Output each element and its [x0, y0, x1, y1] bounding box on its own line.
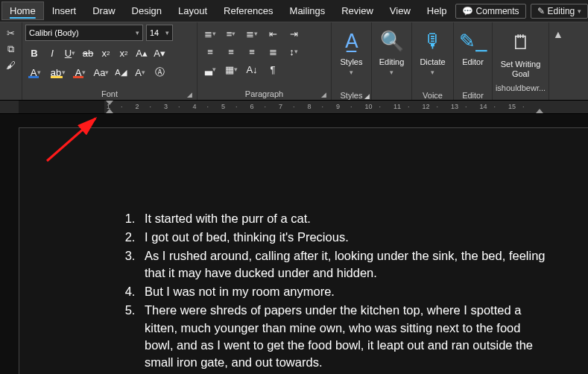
pencil-icon: ✎	[537, 6, 545, 16]
chevron-down-icon: ▾	[136, 29, 139, 37]
superscript-button[interactable]: x2	[115, 44, 133, 62]
show-marks-button[interactable]: ¶	[263, 60, 282, 78]
voice-group[interactable]: 🎙 Dictate▾ Voice	[412, 22, 454, 100]
list-item[interactable]: It started with the purr of a cat.	[139, 210, 547, 227]
ruler-tick: 12	[423, 103, 430, 110]
tab-view[interactable]: View	[382, 1, 419, 20]
tab-design[interactable]: Design	[124, 1, 170, 20]
list-item[interactable]: I got out of bed, thinking it's Precious…	[139, 229, 547, 246]
font-size-select[interactable]: 14 ▾	[146, 25, 173, 41]
tab-help[interactable]: Help	[419, 1, 455, 20]
page[interactable]: It started with the purr of a cat. I got…	[19, 127, 588, 374]
ruler-tick: 14	[480, 103, 487, 110]
launcher-icon[interactable]: ◢	[364, 92, 370, 100]
goal-label-2: Goal	[512, 69, 529, 78]
shading-button[interactable]: ▃▾	[200, 60, 220, 78]
ruler-tick: 13	[451, 103, 458, 110]
copy-icon[interactable]: ⧉	[7, 43, 14, 55]
styles-icon: A̲	[345, 27, 358, 56]
ribbon-tabs: Home Insert Draw Design Layout Reference…	[0, 0, 588, 22]
font-name-select[interactable]: Calibri (Body) ▾	[25, 25, 143, 41]
editor-group[interactable]: ✎⎯ Editor Editor	[454, 22, 493, 100]
collapse-ribbon-button[interactable]: ▲	[549, 22, 567, 100]
editing-group[interactable]: 🔍 Editing▾	[372, 22, 412, 100]
numbering-button[interactable]: ≡▾	[221, 25, 241, 42]
right-indent-marker[interactable]	[536, 109, 543, 113]
align-right-button[interactable]: ≡	[242, 42, 262, 60]
tab-insert[interactable]: Insert	[44, 1, 85, 20]
ruler-tick: 4	[193, 103, 197, 110]
tab-references[interactable]: References	[215, 1, 281, 20]
subscript-button[interactable]: x2	[97, 44, 115, 62]
ribbon: ✂ ⧉ 🖌 Calibri (Body) ▾ 14 ▾ B I U▾	[0, 22, 588, 101]
sort-button[interactable]: A↓	[242, 60, 262, 78]
decrease-font-button[interactable]: A▾	[151, 44, 168, 62]
underline-button[interactable]: U▾	[61, 44, 79, 62]
editing-mode-button[interactable]: ✎ Editing ▾	[531, 4, 588, 19]
enclose-button[interactable]: Ⓐ	[151, 63, 168, 81]
goal-label-1: Set Writing	[501, 60, 541, 69]
horizontal-ruler[interactable]: 1·2·3·4·5·6·7·8·9·10·11·12·13·14·15·	[0, 101, 588, 114]
paragraph-group-label: Paragraph◢	[200, 88, 328, 100]
tab-layout[interactable]: Layout	[170, 1, 215, 20]
editing-label: Editing	[548, 6, 575, 16]
font-group: Calibri (Body) ▾ 14 ▾ B I U▾ ab x2 x2 A▴…	[22, 22, 197, 100]
styles-group[interactable]: A̲ Styles▾ Styles◢	[332, 22, 372, 100]
list-item[interactable]: But I was not in my room anymore.	[139, 283, 547, 300]
tab-mailings[interactable]: Mailings	[282, 1, 334, 20]
editor-sublabel: Editor	[462, 91, 484, 100]
ruler-tick: 11	[393, 103, 401, 110]
goal-sublabel: ishouldbewr...	[496, 83, 546, 92]
bold-button[interactable]: B	[25, 44, 43, 62]
comment-icon: 💬	[462, 6, 473, 16]
char-shading-button[interactable]: A▾	[131, 63, 149, 81]
align-center-button[interactable]: ≡	[221, 42, 241, 60]
ruler-tick: 10	[365, 103, 373, 110]
editing-group-label: Editing	[379, 57, 405, 66]
ruler-tick: 6	[250, 103, 254, 110]
format-painter-icon[interactable]: 🖌	[6, 60, 16, 71]
strikethrough-button[interactable]: ab	[79, 44, 97, 62]
launcher-icon[interactable]: ◢	[321, 91, 326, 98]
tab-home[interactable]: Home	[1, 1, 44, 20]
comments-button[interactable]: 💬 Comments	[455, 4, 526, 19]
chevron-down-icon: ▾	[578, 7, 581, 15]
multilevel-button[interactable]: ≣▾	[242, 25, 262, 42]
ruler-tick: 1	[107, 103, 110, 110]
launcher-icon[interactable]: ◢	[187, 91, 192, 98]
bullets-button[interactable]: ≣▾	[200, 25, 220, 42]
mic-icon: 🎙	[423, 27, 443, 56]
change-case-button[interactable]: Aa▾	[92, 63, 110, 81]
increase-font-button[interactable]: A▴	[133, 44, 151, 62]
paragraph-group: ≣▾ ≡▾ ≣▾ ⇤ ⇥ ≡ ≡ ≡ ≣ ↕▾ ▃▾ ▦▾ A↓ ¶ Parag…	[197, 22, 332, 100]
italic-button[interactable]: I	[43, 44, 61, 62]
font-color-button[interactable]: A▾	[70, 64, 91, 80]
ruler-tick: 2	[136, 103, 139, 110]
list-item[interactable]: There were shreds of papers under the ki…	[139, 302, 547, 370]
clipboard-label	[3, 88, 19, 100]
borders-button[interactable]: ▦▾	[221, 60, 241, 78]
tab-review[interactable]: Review	[333, 1, 382, 20]
tab-draw[interactable]: Draw	[84, 1, 123, 20]
dictate-label: Dictate	[420, 57, 445, 66]
chevron-down-icon: ▾	[165, 29, 169, 37]
text-effects-button[interactable]: A▾	[25, 64, 46, 80]
decrease-indent-button[interactable]: ⇤	[263, 25, 282, 42]
ruler-tick: 8	[308, 103, 312, 110]
styles-sublabel: Styles	[341, 91, 363, 100]
cut-icon[interactable]: ✂	[7, 28, 15, 39]
voice-sublabel: Voice	[423, 91, 443, 100]
clear-format-button[interactable]: A◢	[112, 63, 130, 81]
editor-label: Editor	[462, 57, 484, 67]
highlight-button[interactable]: ab▾	[48, 64, 69, 80]
font-size-value: 14	[150, 28, 159, 37]
line-spacing-button[interactable]: ↕▾	[284, 42, 303, 60]
increase-indent-button[interactable]: ⇥	[284, 25, 303, 42]
ruler-tick: 9	[336, 103, 340, 110]
ruler-tick: 15	[508, 103, 516, 110]
justify-button[interactable]: ≣	[263, 42, 282, 60]
align-left-button[interactable]: ≡	[200, 42, 220, 60]
font-name-value: Calibri (Body)	[29, 28, 79, 37]
goal-group[interactable]: 🗒 Set WritingGoal ishouldbewr...	[493, 22, 549, 100]
list-item[interactable]: As I rushed around, calling after it, lo…	[139, 247, 547, 282]
